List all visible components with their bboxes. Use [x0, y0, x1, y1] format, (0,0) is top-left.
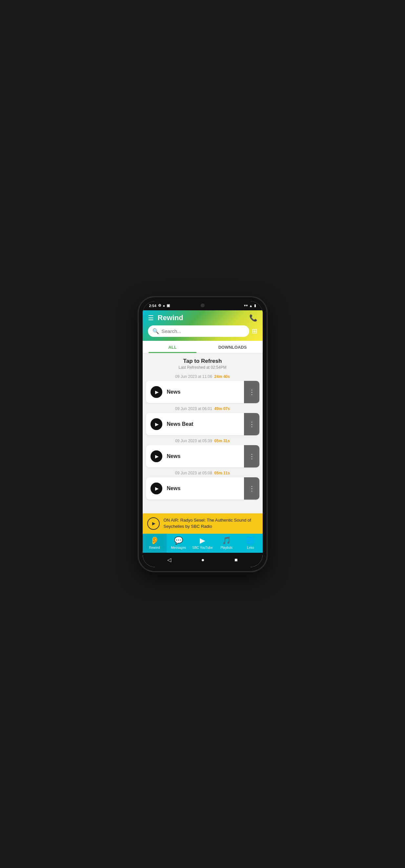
filter-icon[interactable]: ⊞ — [252, 327, 257, 335]
episode-menu-3[interactable]: ⋮ — [244, 445, 259, 467]
phone-screen: 2:54 ⚙ ● ▣ ▾▾ ▲ ▮ ☰ Rewind 📞 — [143, 301, 263, 567]
episode-timestamp-3: 09 Jun 2023 at 05:39 05m 31s — [143, 436, 263, 445]
back-arrow-icon[interactable]: ◁ — [167, 557, 171, 563]
episode-card-1: ▶ News ⋮ — [146, 381, 259, 403]
sim-status-icon: ▣ — [166, 304, 170, 308]
now-playing-play-icon[interactable]: ▶ — [147, 517, 160, 530]
episode-group-4: 09 Jun 2023 at 05:08 05m 11s ▶ News ⋮ — [143, 468, 263, 500]
episode-group-1: 09 Jun 2023 at 11:06 24m 40s ▶ News ⋮ — [143, 372, 263, 403]
menu-icon[interactable]: ☰ — [148, 314, 154, 322]
episode-menu-1[interactable]: ⋮ — [244, 381, 259, 403]
search-bar-container[interactable]: 🔍 — [148, 326, 249, 337]
episode-group-2: 09 Jun 2023 at 06:01 49m 07s ▶ News Beat… — [143, 404, 263, 435]
refresh-title: Tap to Refresh — [143, 358, 263, 365]
globe-icon: 🌐 — [246, 536, 255, 545]
episode-timestamp-4: 09 Jun 2023 at 05:08 05m 11s — [143, 468, 263, 477]
recents-square-icon[interactable]: ■ — [235, 557, 238, 563]
search-icon: 🔍 — [153, 328, 159, 334]
app-header: ☰ Rewind 📞 🔍 ⊞ — [143, 310, 263, 341]
episode-card-2: ▶ News Beat ⋮ — [146, 413, 259, 435]
episode-title-1: News — [167, 389, 244, 395]
circle-status-icon: ● — [163, 304, 165, 308]
episode-title-3: News — [167, 453, 244, 459]
dots-icon-1: ⋮ — [249, 388, 255, 396]
ear-icon: 👂 — [150, 536, 159, 545]
nav-label-sbc-youtube: SBC YouTube — [192, 546, 213, 550]
episode-timestamp-1: 09 Jun 2023 at 11:06 24m 40s — [143, 372, 263, 381]
status-bar: 2:54 ⚙ ● ▣ ▾▾ ▲ ▮ — [143, 301, 263, 310]
play-icon-3: ▶ — [151, 451, 162, 462]
play-icon-1: ▶ — [151, 386, 162, 398]
status-right: ▾▾ ▲ ▮ — [244, 304, 256, 308]
episode-group-3: 09 Jun 2023 at 05:39 05m 31s ▶ News ⋮ — [143, 436, 263, 467]
episode-menu-2[interactable]: ⋮ — [244, 413, 259, 435]
nav-label-leko: Leko — [247, 546, 254, 550]
episode-title-2: News Beat — [167, 421, 244, 427]
playlist-icon: 🎵 — [222, 536, 231, 545]
dots-icon-2: ⋮ — [249, 420, 255, 428]
now-playing-text: ON AIR: Radyo Sesel: The Authentic Sound… — [164, 517, 258, 529]
nav-item-playlists[interactable]: 🎵 Playlists — [215, 534, 239, 553]
search-row: 🔍 ⊞ — [148, 326, 257, 337]
refresh-subtitle: Last Refreshed at 02:54PM — [143, 365, 263, 370]
tabs-bar: ALL DOWNLOADS — [143, 341, 263, 353]
tab-downloads[interactable]: DOWNLOADS — [202, 341, 263, 353]
home-circle-icon[interactable]: ● — [201, 557, 205, 563]
signal-icon: ▲ — [249, 304, 253, 308]
wifi-icon: ▾▾ — [244, 304, 248, 308]
episode-title-4: News — [167, 486, 244, 491]
episode-timestamp-2: 09 Jun 2023 at 06:01 49m 07s — [143, 404, 263, 413]
tab-all[interactable]: ALL — [143, 341, 202, 353]
status-left: 2:54 ⚙ ● ▣ — [149, 304, 170, 308]
status-time: 2:54 — [149, 304, 156, 308]
episode-card-3: ▶ News ⋮ — [146, 445, 259, 467]
nav-item-rewind[interactable]: 👂 Rewind — [143, 534, 166, 553]
episode-card-4: ▶ News ⋮ — [146, 477, 259, 500]
phone-frame: 2:54 ⚙ ● ▣ ▾▾ ▲ ▮ ☰ Rewind 📞 — [139, 297, 267, 571]
play-icon-4: ▶ — [151, 483, 162, 494]
header-top: ☰ Rewind 📞 — [148, 314, 257, 322]
camera-notch — [201, 304, 205, 307]
nav-item-messages[interactable]: 💬 Messages — [166, 534, 190, 553]
nav-label-rewind: Rewind — [149, 546, 160, 550]
search-input[interactable] — [162, 329, 245, 334]
nav-item-sbc-youtube[interactable]: ▶ SBC YouTube — [190, 534, 215, 553]
refresh-section[interactable]: Tap to Refresh Last Refreshed at 02:54PM — [143, 353, 263, 372]
content-area: Tap to Refresh Last Refreshed at 02:54PM… — [143, 353, 263, 514]
now-playing-bar[interactable]: ▶ ON AIR: Radyo Sesel: The Authentic Sou… — [143, 514, 263, 534]
phone-bottom-bar: ◁ ● ■ — [143, 553, 263, 567]
nav-label-playlists: Playlists — [220, 546, 232, 550]
episode-menu-4[interactable]: ⋮ — [244, 477, 259, 500]
bottom-nav: 👂 Rewind 💬 Messages ▶ SBC YouTube 🎵 Play… — [143, 534, 263, 553]
play-box-icon: ▶ — [200, 536, 205, 545]
settings-status-icon: ⚙ — [158, 304, 161, 308]
episode-play-btn-1[interactable]: ▶ — [146, 381, 167, 403]
play-icon-2: ▶ — [151, 418, 162, 430]
nav-label-messages: Messages — [171, 546, 186, 550]
episode-play-btn-2[interactable]: ▶ — [146, 413, 167, 435]
episode-play-btn-4[interactable]: ▶ — [146, 477, 167, 500]
phone-call-icon[interactable]: 📞 — [249, 314, 257, 322]
header-left: ☰ Rewind — [148, 314, 183, 322]
dots-icon-3: ⋮ — [249, 453, 255, 460]
nav-item-leko[interactable]: 🌐 Leko — [239, 534, 262, 553]
app-title: Rewind — [158, 314, 183, 322]
battery-icon: ▮ — [254, 304, 256, 308]
dots-icon-4: ⋮ — [249, 485, 255, 492]
episode-play-btn-3[interactable]: ▶ — [146, 445, 167, 467]
chat-icon: 💬 — [174, 536, 183, 545]
